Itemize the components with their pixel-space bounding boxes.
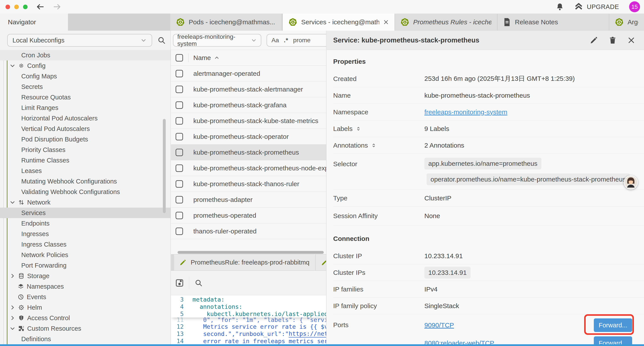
detail-row-ip-families: IP families IPv4: [333, 281, 644, 298]
port-link-9090[interactable]: 9090/TCP: [424, 322, 454, 329]
assistant-avatar[interactable]: [624, 175, 638, 189]
sidebar-item-port-forwarding[interactable]: Port Forwarding: [0, 260, 170, 271]
yaml-editor[interactable]: 3metadata: 4annotations: 5kubectl.kubern…: [171, 295, 326, 344]
sidebar-item-resource-quotas[interactable]: Resource Quotas: [0, 92, 170, 102]
sidebar-item-network-policies[interactable]: Network Policies: [0, 250, 170, 260]
namespace-link[interactable]: freeleaps-monitoring-system: [424, 108, 507, 116]
sidebar-item-priority-classes[interactable]: Priority Classes: [0, 145, 170, 155]
service-details-panel: Service: kube-prometheus-stack-prometheu…: [326, 31, 644, 344]
service-row[interactable]: alertmanager-operated: [171, 66, 326, 81]
service-row[interactable]: kube-prometheus-stack-thanos-ruler: [171, 176, 326, 192]
delete-trash-icon[interactable]: [608, 36, 617, 44]
tab-pods[interactable]: Pods - icecheng@mathmas...: [170, 13, 282, 31]
row-checkbox[interactable]: [176, 117, 183, 125]
expand-collapse-icon[interactable]: [371, 143, 376, 148]
sidebar-group-storage[interactable]: Storage: [0, 271, 170, 281]
service-row[interactable]: thanos-ruler-operated: [171, 223, 326, 239]
sidebar-group-custom-resources[interactable]: Custom Resources: [0, 323, 170, 334]
sidebar-item-ingress-classes[interactable]: Ingress Classes: [0, 239, 170, 250]
row-checkbox[interactable]: [176, 180, 183, 188]
forward-port-button[interactable]: Forward...: [594, 319, 632, 332]
row-checkbox[interactable]: [176, 70, 183, 77]
sidebar-item-mutating-webhook-configurations[interactable]: Mutating Webhook Configurations: [0, 176, 170, 187]
service-row[interactable]: kube-prometheus-stack-prometheus-node-ex…: [171, 160, 326, 176]
sidebar-item-limit-ranges[interactable]: Limit Ranges: [0, 102, 170, 113]
sidebar-item-definitions[interactable]: Definitions: [0, 334, 170, 344]
sidebar-item-horizontal-pod-autoscalers[interactable]: Horizontal Pod Autoscalers: [0, 113, 170, 123]
regex-icon[interactable]: .*: [284, 37, 288, 44]
close-panel-icon[interactable]: [627, 36, 635, 44]
row-checkbox[interactable]: [176, 212, 183, 219]
sidebar-item-config-maps[interactable]: Config Maps: [0, 71, 170, 81]
editor-sticky-scroll: 3metadata: 4annotations: 5kubectl.kubern…: [171, 295, 326, 318]
sidebar-item-ingresses[interactable]: Ingresses: [0, 229, 170, 239]
kubeconfig-select[interactable]: Local Kubeconfigs: [7, 34, 152, 47]
service-row-selected[interactable]: kube-prometheus-stack-prometheus: [171, 145, 326, 160]
sidebar-item-cron-jobs[interactable]: Cron Jobs: [0, 50, 170, 60]
back-arrow-icon[interactable]: [36, 2, 45, 11]
service-row[interactable]: kube-prometheus-stack-operator: [171, 129, 326, 145]
tab-argo[interactable]: Argo Se: [609, 13, 644, 31]
row-checkbox[interactable]: [176, 86, 183, 93]
editor-url-link[interactable]: https://net: [289, 330, 326, 338]
sidebar-item-validating-webhook-configurations[interactable]: Validating Webhook Configurations: [0, 187, 170, 197]
namespace-select[interactable]: freeleaps-monitoring-system: [173, 34, 261, 47]
row-checkbox[interactable]: [176, 164, 183, 172]
service-row[interactable]: kube-prometheus-stack-grafana: [171, 97, 326, 113]
service-row[interactable]: prometheus-adapter: [171, 192, 326, 208]
sidebar-group-config[interactable]: Config: [0, 60, 170, 71]
sidebar-group-network[interactable]: Network: [0, 197, 170, 208]
service-row[interactable]: prometheus-operated: [171, 208, 326, 223]
forward-port-button[interactable]: Forward...: [594, 336, 632, 344]
row-checkbox[interactable]: [176, 101, 183, 109]
notifications-bell-icon[interactable]: [556, 3, 564, 11]
sidebar-item-leases[interactable]: Leases: [0, 166, 170, 176]
navigator-panel-tab[interactable]: Navigator: [0, 13, 68, 31]
sidebar-item-secrets[interactable]: Secrets: [0, 81, 170, 92]
detail-row-type: Type ClusterIP: [333, 190, 644, 207]
select-all-checkbox[interactable]: [176, 54, 183, 61]
name-column-header[interactable]: Name: [193, 54, 211, 61]
edit-pencil-icon[interactable]: [590, 36, 598, 44]
sidebar-scrollbar[interactable]: [163, 119, 166, 213]
port-link-8080[interactable]: 8080:reloader-web/TCP: [424, 340, 494, 344]
sidebar-item-runtime-classes[interactable]: Runtime Classes: [0, 155, 170, 166]
sidebar-group-access-control[interactable]: Access Control: [0, 313, 170, 323]
tab-prometheus-rules[interactable]: Prometheus Rules - icecheng...: [394, 13, 497, 31]
sidebar-item-namespaces[interactable]: Namespaces: [0, 281, 170, 292]
editor-search-icon[interactable]: [194, 279, 203, 287]
sidebar-item-endpoints[interactable]: Endpoints: [0, 218, 170, 229]
minimize-window-button[interactable]: [14, 4, 19, 9]
close-tab-icon[interactable]: [383, 19, 389, 25]
detail-row-cluster-ips: Cluster IPs 10.233.14.91: [333, 264, 644, 281]
editor-tab-prometheusrule[interactable]: PrometheusRule: freeleaps-prod-rabbitmq: [174, 255, 316, 271]
sort-ascending-icon[interactable]: [214, 55, 220, 61]
tab-services[interactable]: Services - icecheng@math...: [283, 13, 394, 31]
selector-chip: operator.prometheus.io/name=kube-prometh…: [426, 173, 630, 185]
tab-release-notes[interactable]: Release Notes: [497, 13, 609, 31]
sidebar-item-pod-disruption-budgets[interactable]: Pod Disruption Budgets: [0, 134, 170, 145]
editor-tab-partial[interactable]: [316, 255, 326, 271]
sidebar-group-helm[interactable]: Helm: [0, 302, 170, 313]
list-search-input[interactable]: Aa .* prome: [266, 34, 326, 47]
close-window-button[interactable]: [6, 4, 10, 9]
service-row[interactable]: kube-prometheus-stack-kube-state-metrics: [171, 113, 326, 129]
match-case-icon[interactable]: Aa: [271, 37, 279, 44]
sidebar-item-events[interactable]: Events: [0, 292, 170, 302]
row-checkbox[interactable]: [176, 133, 183, 140]
maximize-window-button[interactable]: [23, 4, 28, 9]
row-checkbox[interactable]: [176, 196, 183, 203]
row-checkbox[interactable]: [176, 228, 183, 235]
sidebar-item-vertical-pod-autoscalers[interactable]: Vertical Pod Autoscalers: [0, 123, 170, 134]
helm-wheel-icon: [18, 304, 24, 311]
notification-count-badge[interactable]: 15: [629, 1, 640, 12]
forward-arrow-icon[interactable]: [52, 2, 62, 11]
row-checkbox[interactable]: [176, 149, 183, 156]
service-row[interactable]: kube-prometheus-stack-alertmanager: [171, 81, 326, 97]
save-icon[interactable]: [175, 278, 184, 288]
sidebar-item-services[interactable]: Services: [0, 208, 170, 218]
sidebar-search-icon[interactable]: [158, 36, 166, 44]
horizontal-scrollbar[interactable]: [171, 251, 326, 254]
expand-collapse-icon[interactable]: [356, 126, 361, 132]
upgrade-button[interactable]: UPGRADE: [574, 2, 619, 11]
